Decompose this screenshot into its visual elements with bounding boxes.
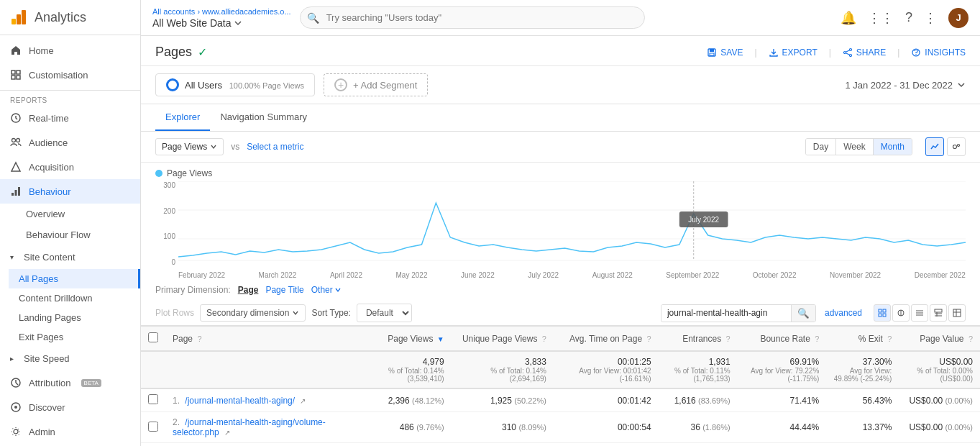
th-pageviews[interactable]: Page Views ▼ — [367, 327, 452, 352]
grid-view-icon — [878, 309, 887, 317]
svg-rect-12 — [15, 190, 17, 196]
add-segment-button[interactable]: + + Add Segment — [324, 73, 428, 96]
page-info-icon[interactable]: ? — [197, 334, 201, 343]
x-nov: November 2022 — [830, 271, 881, 279]
sidebar-item-behaviour[interactable]: Behaviour — [0, 179, 140, 204]
list-view-btn[interactable] — [911, 304, 928, 322]
avatar[interactable]: J — [948, 8, 968, 28]
th-avg-time[interactable]: Avg. Time on Page ? — [554, 327, 659, 352]
th-page-value[interactable]: Page Value ? — [899, 327, 980, 352]
totals-pageviews: 4,979 % of Total: 0.14% (3,539,410) — [367, 351, 452, 388]
dim-page-link[interactable]: Page — [238, 285, 259, 295]
row2-external-link-icon[interactable]: ↗ — [224, 429, 230, 437]
metric-selector[interactable]: Page Views — [155, 138, 224, 155]
unique-pv-info-icon[interactable]: ? — [542, 334, 546, 343]
compare-view-btn[interactable] — [892, 304, 910, 322]
total-pageviews: 4,979 — [423, 357, 444, 367]
svg-point-19 — [14, 429, 18, 434]
bounce-info-icon[interactable]: ? — [815, 334, 819, 343]
share-button[interactable]: SHARE — [843, 47, 886, 58]
apps-icon[interactable]: ⋮⋮ — [868, 10, 894, 26]
sidebar-item-site-content-expand[interactable]: ▾ Site Content — [0, 245, 140, 269]
row2-page-link[interactable]: /journal-mental-health-aging/volume-sele… — [173, 417, 326, 437]
select-metric-link[interactable]: Select a metric — [247, 142, 303, 152]
export-label: EXPORT — [782, 47, 818, 58]
page-value-info-icon[interactable]: ? — [968, 334, 973, 343]
totals-page — [165, 351, 367, 388]
row1-external-link-icon[interactable]: ↗ — [300, 397, 306, 405]
sidebar-item-acquisition[interactable]: Acquisition — [0, 155, 140, 179]
search-filter-button[interactable]: 🔍 — [791, 305, 815, 322]
dim-other-dropdown[interactable]: Other — [311, 285, 342, 295]
notifications-icon[interactable]: 🔔 — [841, 10, 856, 26]
time-btn-month[interactable]: Month — [874, 139, 912, 155]
tab-explorer[interactable]: Explorer — [155, 104, 210, 131]
svg-rect-2 — [22, 10, 26, 24]
line-chart-btn[interactable] — [925, 137, 944, 156]
row2-ent: 36 — [690, 422, 700, 432]
secondary-dimension-selector[interactable]: Secondary dimension — [200, 304, 306, 322]
row1-checkbox[interactable] — [148, 394, 158, 404]
table-view-btn[interactable] — [948, 304, 966, 322]
export-button[interactable]: EXPORT — [769, 47, 818, 58]
sidebar-item-attribution[interactable]: Attribution BETA — [0, 370, 140, 395]
sidebar-item-content-drilldown[interactable]: Content Drilldown — [9, 288, 140, 308]
time-btn-week[interactable]: Week — [836, 139, 873, 155]
entrances-info-icon[interactable]: ? — [726, 334, 731, 343]
app-logo[interactable]: Analytics — [0, 0, 140, 35]
th-entrances[interactable]: Entrances ? — [659, 327, 738, 352]
help-icon[interactable]: ? — [905, 10, 912, 25]
avg-time-info-icon[interactable]: ? — [647, 334, 651, 343]
advanced-link[interactable]: advanced — [825, 308, 862, 318]
tabs-bar: Explorer Navigation Summary — [141, 104, 980, 132]
dim-page-title-link[interactable]: Page Title — [265, 285, 303, 295]
time-btn-day[interactable]: Day — [806, 139, 836, 155]
site-selector[interactable]: All Web Site Data — [152, 17, 291, 29]
totals-page-value: US$0.00 % of Total: 0.00% (US$0.00) — [899, 351, 980, 388]
insights-button[interactable]: INSIGHTS — [911, 47, 966, 58]
row1-page-link[interactable]: /journal-mental-health-aging/ — [185, 396, 295, 406]
sidebar-home-label: Home — [29, 45, 54, 56]
sidebar-item-exit-pages[interactable]: Exit Pages — [9, 327, 140, 347]
x-sep: September 2022 — [666, 271, 719, 279]
th-pct-exit[interactable]: % Exit ? — [826, 327, 899, 352]
pivot-view-btn[interactable] — [930, 304, 947, 322]
row2-checkbox[interactable] — [148, 422, 158, 432]
sidebar-item-site-speed[interactable]: ▸ Site Speed — [0, 347, 140, 370]
sidebar-item-behaviour-overview[interactable]: Overview — [26, 204, 140, 224]
sidebar-item-all-pages[interactable]: All Pages — [9, 269, 140, 288]
plot-rows-button[interactable]: Plot Rows — [155, 308, 194, 318]
chart-svg: July 2022 — [178, 181, 966, 268]
th-page[interactable]: Page ? — [165, 327, 367, 352]
row1-pv-val: US$0.00 — [909, 396, 943, 406]
pct-exit-info-icon[interactable]: ? — [887, 334, 892, 343]
sidebar-item-landing-pages[interactable]: Landing Pages — [9, 308, 140, 327]
search-input[interactable] — [300, 6, 645, 29]
motion-chart-btn[interactable] — [947, 137, 966, 156]
th-bounce-rate[interactable]: Bounce Rate ? — [738, 327, 827, 352]
sidebar-item-behaviour-flow[interactable]: Behaviour Flow — [26, 224, 140, 245]
sidebar-item-home[interactable]: Home — [0, 38, 140, 63]
sidebar-item-admin[interactable]: Admin — [0, 419, 140, 444]
tab-navigation-summary[interactable]: Navigation Summary — [210, 104, 317, 131]
sidebar-item-customisation[interactable]: Customisation — [0, 63, 140, 87]
search-filter-input[interactable] — [661, 305, 791, 321]
date-range-selector[interactable]: 1 Jan 2022 - 31 Dec 2022 — [845, 80, 966, 91]
breadcrumb-all-accounts[interactable]: All accounts — [152, 7, 195, 16]
breadcrumb-domain[interactable]: www.alliedacademies.o... — [202, 7, 291, 16]
sidebar-item-audience[interactable]: Audience — [0, 130, 140, 155]
all-users-segment[interactable]: All Users 100.00% Page Views — [155, 73, 315, 96]
save-button[interactable]: SAVE — [707, 47, 743, 58]
totals-check — [141, 351, 165, 388]
sidebar-item-realtime[interactable]: Real-time — [0, 106, 140, 130]
row1-page: 1. /journal-mental-health-aging/ ↗ — [165, 388, 367, 412]
th-unique-pageviews[interactable]: Unique Page Views ? — [452, 327, 554, 352]
grid-view-btn[interactable] — [874, 304, 891, 322]
time-period-buttons: Day Week Month — [805, 138, 912, 155]
more-options-icon[interactable]: ⋮ — [924, 10, 937, 26]
sidebar-item-discover[interactable]: Discover — [0, 395, 140, 419]
select-all-checkbox[interactable] — [148, 332, 158, 342]
sort-type-select[interactable]: Default — [357, 304, 412, 322]
row2-pv-val: US$0.00 — [909, 422, 943, 432]
export-icon — [769, 47, 779, 58]
